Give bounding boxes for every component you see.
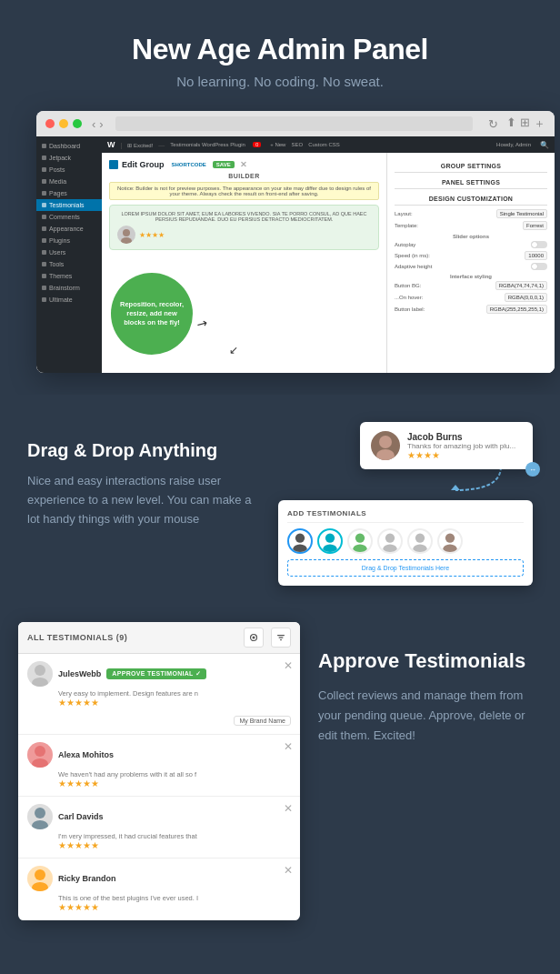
tl-avatar-2 bbox=[27, 742, 53, 768]
btn-label-val[interactable]: RGBA(255,255,255,1) bbox=[486, 305, 547, 314]
sidebar-item-users[interactable]: Users bbox=[36, 246, 102, 258]
speed-val[interactable]: 10000 bbox=[525, 251, 547, 260]
svg-point-9 bbox=[355, 533, 365, 542]
svg-point-15 bbox=[445, 533, 455, 542]
tl-close-2[interactable]: ✕ bbox=[284, 740, 293, 753]
close-icon[interactable]: ✕ bbox=[240, 160, 247, 169]
add-tab-icon[interactable]: ＋ bbox=[534, 115, 545, 132]
svg-point-26 bbox=[35, 808, 45, 818]
layout-val[interactable]: Single Testimonial bbox=[496, 209, 547, 218]
svg-rect-19 bbox=[277, 635, 285, 636]
browser-actions: ⬆ ⊞ ＋ bbox=[506, 115, 545, 132]
sidebar-item-comments[interactable]: Comments bbox=[36, 211, 102, 223]
testimonial-lorem: LOREM IPSUM DOLOR SIT AMET, EUM EA LABOR… bbox=[117, 211, 371, 222]
refresh-icon[interactable]: ↻ bbox=[488, 117, 498, 131]
template-row: Template: Forrest bbox=[395, 221, 547, 230]
btn-bg-val[interactable]: RGBA(74,74,74,1) bbox=[495, 281, 547, 290]
sidebar-item-posts[interactable]: Posts bbox=[36, 164, 102, 176]
svg-point-29 bbox=[32, 882, 48, 891]
autoplay-toggle[interactable] bbox=[531, 241, 547, 248]
tl-filter-icon[interactable] bbox=[271, 628, 291, 648]
brand-tag-row: My Brand Name bbox=[27, 710, 291, 727]
sidebar-item-themes[interactable]: Themes bbox=[36, 270, 102, 282]
svg-point-11 bbox=[385, 533, 395, 542]
sidebar-item-appearance[interactable]: Appearance bbox=[36, 223, 102, 235]
sidebar-item-tools[interactable]: Tools bbox=[36, 258, 102, 270]
tl-text-3: I'm very impressed, it had crucial featu… bbox=[58, 832, 291, 840]
template-val[interactable]: Forrest bbox=[523, 221, 547, 230]
browser-bar: ‹ › ↻ ⬆ ⊞ ＋ bbox=[36, 111, 555, 136]
sidebar-item-plugins[interactable]: Plugins bbox=[36, 235, 102, 246]
tl-title: ALL TESTIMONIALS (9) bbox=[27, 633, 127, 642]
wp-panel-left: Edit Group SHORTCODE SAVE ✕ BUILDER Noti… bbox=[102, 153, 386, 373]
sidebar-item-testimonials[interactable]: Testimonials bbox=[36, 199, 102, 211]
svg-point-10 bbox=[353, 544, 366, 552]
btn-bg-row: Button BG: RGBA(74,74,74,1) bbox=[395, 281, 547, 290]
av-item-1[interactable] bbox=[287, 528, 313, 554]
close-dot[interactable] bbox=[45, 119, 55, 128]
star-rating: ★★★★ bbox=[139, 231, 165, 239]
adaptive-toggle[interactable] bbox=[531, 263, 547, 270]
svg-point-22 bbox=[35, 665, 45, 676]
save-btn[interactable]: SAVE bbox=[213, 161, 235, 168]
hero-section: New Age Admin Panel No learning. No codi… bbox=[0, 0, 560, 395]
avatar bbox=[117, 226, 135, 244]
brand-tag: My Brand Name bbox=[234, 716, 291, 726]
preview-info: Jacob Burns Thanks for amazing job with … bbox=[407, 432, 515, 460]
tl-name-1: JulesWebb bbox=[58, 669, 101, 678]
on-hover-label: ...On hover: bbox=[395, 295, 423, 300]
arrow-right-icon: ↙ bbox=[229, 344, 238, 356]
slider-options-label: Slider options bbox=[395, 234, 547, 239]
sidebar-item-pages[interactable]: Pages bbox=[36, 187, 102, 199]
pencil-icon bbox=[109, 160, 118, 169]
drag-drop-zone[interactable]: Drag & Drop Testimonials Here bbox=[287, 559, 524, 577]
sidebar-item-ultimate[interactable]: Ultimate bbox=[36, 294, 102, 306]
tl-item-4: Ricky Brandon ✕ This is one of the best … bbox=[18, 859, 300, 920]
topbar-search-icon[interactable]: 🔍 bbox=[540, 141, 549, 149]
on-hover-row: ...On hover: RGBA(0,0,0,1) bbox=[395, 293, 547, 302]
tl-avatar-3 bbox=[27, 804, 53, 829]
maximize-dot[interactable] bbox=[73, 119, 82, 128]
wp-notice: Notice: Builder is not for preview purpo… bbox=[109, 182, 379, 200]
av-item-2[interactable] bbox=[317, 528, 343, 554]
back-icon[interactable]: ‹ bbox=[92, 117, 95, 131]
url-bar[interactable] bbox=[115, 116, 473, 131]
panel-settings-title: PANEL SETTINGS bbox=[395, 176, 547, 189]
av-item-4[interactable] bbox=[377, 528, 403, 554]
adaptive-row: Adaptive height bbox=[395, 263, 547, 270]
tl-close-4[interactable]: ✕ bbox=[284, 864, 293, 877]
drag-drop-title: Drag & Drop Anything bbox=[27, 440, 260, 461]
tl-close-1[interactable]: ✕ bbox=[284, 659, 293, 672]
topbar-customcss: Custom CSS bbox=[308, 142, 340, 147]
av-item-3[interactable] bbox=[347, 528, 373, 554]
tl-avatar-1 bbox=[27, 661, 53, 687]
av-item-5[interactable] bbox=[407, 528, 433, 554]
minimize-dot[interactable] bbox=[59, 119, 68, 128]
av-item-6[interactable] bbox=[437, 528, 463, 554]
btn-label-label: Button label: bbox=[395, 306, 425, 312]
tl-close-3[interactable]: ✕ bbox=[284, 802, 293, 815]
drag-handle-icon[interactable]: ↔ bbox=[525, 462, 540, 477]
wp-logo: W bbox=[107, 140, 115, 149]
topbar-count: 0 bbox=[253, 142, 261, 147]
approve-title: Approve Testimonials bbox=[318, 649, 542, 673]
tabs-icon[interactable]: ⊞ bbox=[520, 115, 530, 132]
sidebar-item-brainstorm[interactable]: Brainstorm bbox=[36, 282, 102, 294]
tl-text-1: Very easy to implement. Design features … bbox=[58, 689, 291, 698]
sidebar-item-dashboard[interactable]: Dashboard bbox=[36, 140, 102, 152]
on-hover-val[interactable]: RGBA(0,0,0,1) bbox=[505, 293, 547, 302]
speed-row: Speed (in ms): 10000 bbox=[395, 251, 547, 260]
tl-name-4: Ricky Brandon bbox=[58, 874, 116, 883]
topbar-plugin: Testimonials WordPress Plugin bbox=[170, 142, 245, 147]
forward-icon[interactable]: › bbox=[99, 117, 103, 131]
testimonial-preview-card: Jacob Burns Thanks for amazing job with … bbox=[360, 422, 533, 469]
drag-drop-section: Drag & Drop Anything Nice and easy inter… bbox=[0, 395, 560, 604]
tl-view-icon[interactable] bbox=[244, 628, 264, 648]
approve-button-1[interactable]: APPROVE TESTIMONIAL ✓ bbox=[106, 668, 206, 679]
sidebar-item-jetpack[interactable]: Jetpack bbox=[36, 152, 102, 164]
svg-rect-21 bbox=[280, 639, 282, 640]
share-icon[interactable]: ⬆ bbox=[506, 115, 516, 132]
preview-stars: ★★★★ bbox=[407, 450, 515, 460]
sidebar-item-media[interactable]: Media bbox=[36, 176, 102, 187]
shortcode-btn[interactable]: SHORTCODE bbox=[172, 162, 206, 167]
